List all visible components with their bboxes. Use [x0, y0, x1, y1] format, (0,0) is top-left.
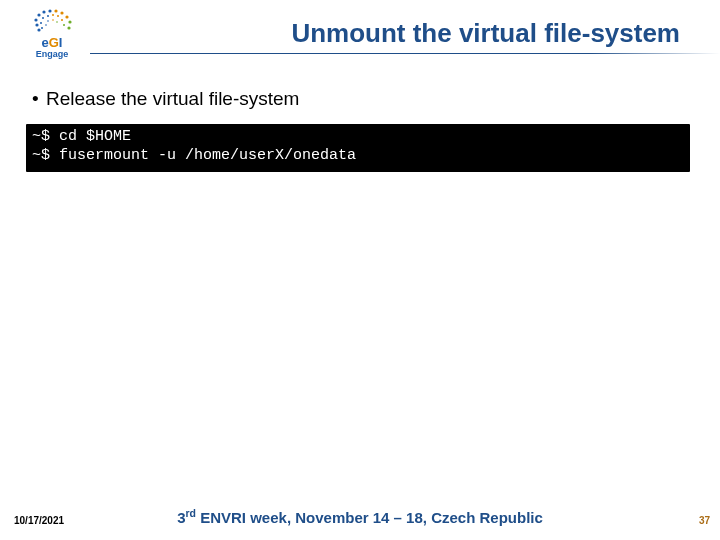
- logo-letter-i: I: [59, 35, 63, 50]
- svg-point-22: [56, 21, 58, 23]
- svg-point-11: [41, 27, 43, 29]
- page-title: Unmount the virtual file-system: [291, 18, 680, 49]
- code-line: ~$ cd $HOME: [32, 128, 131, 145]
- bullet-item: •Release the virtual file-system: [32, 88, 694, 110]
- bullet-text: Release the virtual file-system: [46, 88, 299, 109]
- footer-page-number: 37: [699, 515, 710, 526]
- svg-point-5: [48, 9, 51, 12]
- svg-point-7: [60, 11, 63, 14]
- svg-point-15: [52, 14, 54, 16]
- logo: eGI Engage: [12, 8, 92, 68]
- code-line: ~$ fusermount -u /home/userX/onedata: [32, 147, 356, 164]
- bullet-dot-icon: •: [32, 88, 46, 110]
- svg-point-18: [63, 24, 65, 26]
- svg-point-12: [40, 22, 42, 24]
- logo-letter-e: e: [42, 35, 49, 50]
- logo-text: eGI: [12, 36, 92, 49]
- svg-point-10: [67, 26, 70, 29]
- slide-body: •Release the virtual file-system ~$ cd $…: [26, 88, 694, 172]
- svg-point-8: [65, 15, 68, 18]
- logo-subtext: Engage: [12, 49, 92, 59]
- svg-point-19: [45, 24, 47, 26]
- svg-point-20: [47, 20, 49, 22]
- footer-event-text: ENVRI week, November 14 – 18, Czech Repu…: [196, 509, 543, 526]
- svg-point-6: [54, 9, 57, 12]
- svg-point-9: [68, 20, 71, 23]
- svg-point-1: [35, 23, 38, 26]
- svg-point-0: [37, 28, 40, 31]
- title-underline: [0, 53, 720, 54]
- footer-ordinal-num: 3: [177, 509, 185, 526]
- slide: eGI Engage Unmount the virtual file-syst…: [0, 0, 720, 540]
- code-block: ~$ cd $HOME ~$ fusermount -u /home/userX…: [26, 124, 690, 172]
- svg-point-21: [52, 19, 54, 21]
- svg-point-2: [34, 18, 37, 21]
- footer-ordinal-suffix: rd: [186, 507, 197, 519]
- logo-letter-g: G: [49, 35, 59, 50]
- svg-point-13: [42, 17, 44, 19]
- footer: 10/17/2021 3rd ENVRI week, November 14 –…: [0, 504, 720, 526]
- svg-point-14: [47, 15, 49, 17]
- svg-point-4: [42, 10, 45, 13]
- logo-burst-icon: [22, 8, 82, 36]
- svg-point-3: [37, 13, 40, 16]
- footer-center: 3rd ENVRI week, November 14 – 18, Czech …: [0, 507, 720, 526]
- svg-point-16: [57, 15, 59, 17]
- svg-point-17: [61, 19, 63, 21]
